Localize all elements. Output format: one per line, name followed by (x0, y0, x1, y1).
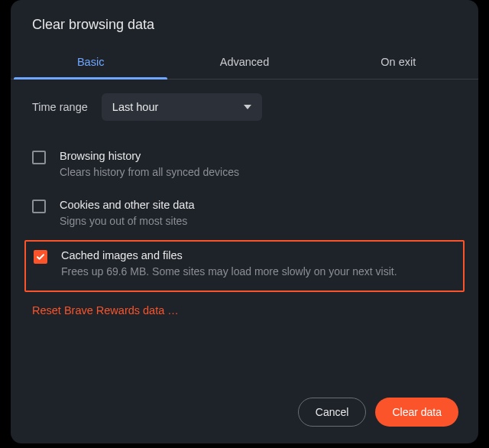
option-text: Cached images and files Frees up 69.6 MB… (61, 249, 455, 280)
clear-data-button[interactable]: Clear data (375, 398, 458, 427)
option-title: Browsing history (60, 150, 457, 162)
option-cookies[interactable]: Cookies and other site data Signs you ou… (32, 191, 457, 240)
dialog-title: Clear browsing data (11, 0, 478, 48)
cancel-button[interactable]: Cancel (298, 398, 367, 427)
option-text: Browsing history Clears history from all… (60, 150, 457, 180)
reset-brave-rewards-link[interactable]: Reset Brave Rewards data … (32, 304, 179, 317)
dialog-footer: Cancel Clear data (11, 381, 478, 443)
option-cache[interactable]: Cached images and files Frees up 69.6 MB… (34, 249, 455, 280)
option-title: Cached images and files (61, 249, 455, 261)
checkbox-cache[interactable] (34, 250, 47, 264)
checkbox-cookies[interactable] (32, 200, 46, 213)
clear-browsing-data-dialog: Clear browsing data Basic Advanced On ex… (11, 0, 478, 443)
option-text: Cookies and other site data Signs you ou… (60, 199, 457, 229)
time-range-value: Last hour (112, 101, 158, 113)
option-desc: Signs you out of most sites (60, 213, 457, 229)
time-range-select[interactable]: Last hour (102, 93, 262, 121)
option-browsing-history[interactable]: Browsing history Clears history from all… (32, 142, 457, 191)
tab-on-exit[interactable]: On exit (322, 48, 475, 79)
option-title: Cookies and other site data (60, 199, 457, 211)
tab-advanced[interactable]: Advanced (167, 48, 321, 79)
time-range-label: Time range (32, 101, 88, 113)
option-desc: Frees up 69.6 MB. Some sites may load mo… (61, 264, 455, 280)
checkbox-browsing-history[interactable] (32, 151, 46, 164)
dialog-content: Time range Last hour Browsing history Cl… (11, 80, 478, 381)
chevron-down-icon (244, 105, 251, 109)
option-desc: Clears history from all synced devices (60, 164, 457, 180)
tabs: Basic Advanced On exit (11, 48, 478, 80)
check-icon (36, 252, 45, 261)
time-range-row: Time range Last hour (32, 93, 457, 121)
tab-basic[interactable]: Basic (14, 48, 167, 79)
option-cache-highlight: Cached images and files Frees up 69.6 MB… (24, 240, 465, 292)
